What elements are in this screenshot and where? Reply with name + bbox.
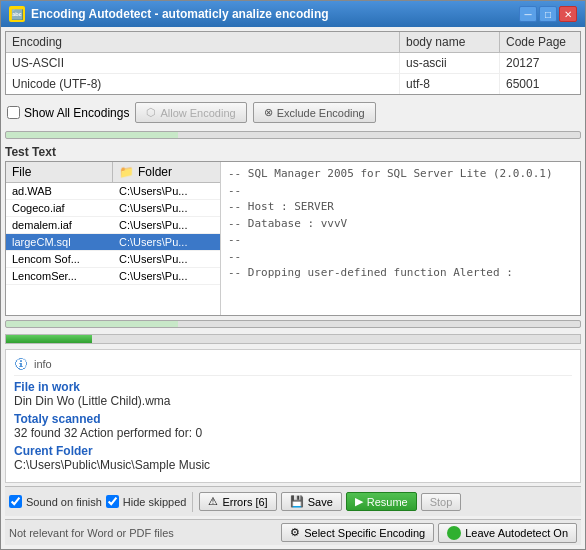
file-name-2: demalem.iaf <box>6 217 113 233</box>
save-icon: 💾 <box>290 495 304 508</box>
preview-line-5: -- <box>228 249 576 266</box>
folder-col-label: Folder <box>138 165 172 179</box>
maximize-button[interactable]: □ <box>539 6 557 22</box>
errors-icon: ⚠ <box>208 495 218 508</box>
header-encoding: Encoding <box>6 32 400 52</box>
file-item-5[interactable]: LencomSer... C:\Users\Pu... <box>6 268 220 285</box>
hide-skipped-label[interactable]: Hide skipped <box>106 495 187 508</box>
select-encoding-icon: ⚙ <box>290 526 300 539</box>
minimize-button[interactable]: ─ <box>519 6 537 22</box>
errors-button[interactable]: ⚠ Errors [6] <box>199 492 276 511</box>
errors-label: Errors [6] <box>222 496 267 508</box>
file-path-2: C:\Users\Pu... <box>113 217 220 233</box>
cell-body-ascii: us-ascii <box>400 53 500 73</box>
table-row-utf8[interactable]: Unicode (UTF-8) utf-8 65001 <box>6 74 580 94</box>
save-label: Save <box>308 496 333 508</box>
title-bar: 🔤 Encoding Autodetect - automaticly anal… <box>1 1 585 27</box>
status-text: Not relevant for Word or PDF files <box>9 527 277 539</box>
show-all-encodings-checkbox[interactable] <box>7 106 20 119</box>
file-name-3: largeCM.sql <box>6 234 113 250</box>
header-body-name: body name <box>400 32 500 52</box>
test-text-label: Test Text <box>5 143 581 161</box>
file-item-1[interactable]: Cogeco.iaf C:\Users\Pu... <box>6 200 220 217</box>
button-row: Show All Encodings ⬡ Allow Encoding ⊗ Ex… <box>5 98 581 127</box>
exclude-encoding-button[interactable]: ⊗ Exclude Encoding <box>253 102 376 123</box>
folder-icon: 📁 <box>119 165 134 179</box>
file-item-0[interactable]: ad.WAB C:\Users\Pu... <box>6 183 220 200</box>
sound-on-finish-label[interactable]: Sound on finish <box>9 495 102 508</box>
stop-button[interactable]: Stop <box>421 493 462 511</box>
horizontal-scrollbar-bottom[interactable] <box>5 320 581 328</box>
allow-encoding-icon: ⬡ <box>146 106 156 119</box>
encoding-table: Encoding body name Code Page US-ASCII us… <box>5 31 581 95</box>
leave-autodetect-button[interactable]: Leave Autodetect On <box>438 523 577 543</box>
file-col-label: File <box>12 165 31 179</box>
file-list-header: File 📁 Folder <box>6 162 220 183</box>
table-row-ascii[interactable]: US-ASCII us-ascii 20127 <box>6 53 580 74</box>
header-code-page: Code Page <box>500 32 580 52</box>
preview-line-6: -- Dropping user-defined function Alerte… <box>228 265 576 282</box>
info-section: 🛈 info File in work Din Din Wo (Little C… <box>5 349 581 483</box>
split-pane: File 📁 Folder ad.WAB C:\Users\Pu... <box>5 161 581 316</box>
current-folder-item: Curent Folder C:\Users\Public\Music\Samp… <box>14 444 572 472</box>
cell-codepage-ascii: 20127 <box>500 53 580 73</box>
preview-line-2: -- Host : SERVER <box>228 199 576 216</box>
totaly-scanned-label: Totaly scanned <box>14 412 572 426</box>
preview-line-4: -- <box>228 232 576 249</box>
cell-body-utf8: utf-8 <box>400 74 500 94</box>
horizontal-scrollbar-top[interactable] <box>5 131 581 139</box>
select-encoding-button[interactable]: ⚙ Select Specific Encoding <box>281 523 434 542</box>
file-item-2[interactable]: demalem.iaf C:\Users\Pu... <box>6 217 220 234</box>
save-button[interactable]: 💾 Save <box>281 492 342 511</box>
file-item-3[interactable]: largeCM.sql C:\Users\Pu... <box>6 234 220 251</box>
cell-codepage-utf8: 65001 <box>500 74 580 94</box>
allow-encoding-button[interactable]: ⬡ Allow Encoding <box>135 102 246 123</box>
file-name-5: LencomSer... <box>6 268 113 284</box>
totaly-scanned-value: 32 found 32 Action performed for: 0 <box>14 426 572 440</box>
resume-label: Resume <box>367 496 408 508</box>
select-encoding-label: Select Specific Encoding <box>304 527 425 539</box>
preview-line-3: -- Database : vvvV <box>228 216 576 233</box>
show-all-encodings-text: Show All Encodings <box>24 106 129 120</box>
table-header: Encoding body name Code Page <box>6 32 580 53</box>
text-preview-content[interactable]: -- SQL Manager 2005 for SQL Server Lite … <box>224 162 580 315</box>
info-header: 🛈 info <box>14 356 572 376</box>
title-bar-title: Encoding Autodetect - automaticly analiz… <box>31 7 329 21</box>
cell-encoding-ascii: US-ASCII <box>6 53 400 73</box>
test-text-section: Test Text File 📁 Folder <box>5 143 581 316</box>
file-path-4: C:\Users\Pu... <box>113 251 220 267</box>
sound-on-finish-text: Sound on finish <box>26 496 102 508</box>
resume-button[interactable]: ▶ Resume <box>346 492 417 511</box>
file-item-4[interactable]: Lencom Sof... C:\Users\Pu... <box>6 251 220 268</box>
sound-on-finish-checkbox[interactable] <box>9 495 22 508</box>
exclude-encoding-label: Exclude Encoding <box>277 107 365 119</box>
stop-label: Stop <box>430 496 453 508</box>
autodetect-green-icon <box>447 526 461 540</box>
file-path-0: C:\Users\Pu... <box>113 183 220 199</box>
close-button[interactable]: ✕ <box>559 6 577 22</box>
status-bar: Not relevant for Word or PDF files ⚙ Sel… <box>5 519 581 545</box>
progress-section <box>5 334 581 344</box>
current-folder-value: C:\Users\Public\Music\Sample Music <box>14 458 572 472</box>
app-icon: 🔤 <box>9 6 25 22</box>
resume-icon: ▶ <box>355 495 363 508</box>
text-preview-panel: -- SQL Manager 2005 for SQL Server Lite … <box>224 162 580 315</box>
leave-autodetect-label: Leave Autodetect On <box>465 527 568 539</box>
show-all-encodings-label[interactable]: Show All Encodings <box>7 106 129 120</box>
bottom-toolbar: Sound on finish Hide skipped ⚠ Errors [6… <box>5 486 581 516</box>
main-content: Encoding body name Code Page US-ASCII us… <box>1 27 585 549</box>
current-folder-label: Curent Folder <box>14 444 572 458</box>
file-list-scroll[interactable]: ad.WAB C:\Users\Pu... Cogeco.iaf C:\User… <box>6 183 220 315</box>
main-window: 🔤 Encoding Autodetect - automaticly anal… <box>0 0 586 550</box>
preview-line-0: -- SQL Manager 2005 for SQL Server Lite … <box>228 166 576 183</box>
exclude-encoding-icon: ⊗ <box>264 106 273 119</box>
file-name-4: Lencom Sof... <box>6 251 113 267</box>
toolbar-separator-1 <box>192 492 193 512</box>
folder-col-header: 📁 Folder <box>113 162 220 182</box>
file-path-3: C:\Users\Pu... <box>113 234 220 250</box>
hide-skipped-checkbox[interactable] <box>106 495 119 508</box>
preview-line-1: -- <box>228 183 576 200</box>
file-in-work-label: File in work <box>14 380 572 394</box>
totaly-scanned-item: Totaly scanned 32 found 32 Action perfor… <box>14 412 572 440</box>
progress-bar <box>6 335 92 343</box>
